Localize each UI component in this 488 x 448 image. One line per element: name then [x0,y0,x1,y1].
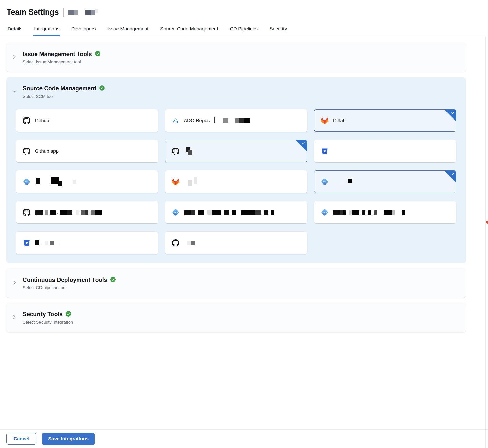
redacted-text [88,210,91,215]
section-title: Security Tools [23,311,63,318]
redacted-text [207,210,212,215]
redacted-text [76,210,79,215]
card-redacted-label [184,241,195,245]
card-redacted-label [333,210,405,215]
card-redacted-label [184,210,274,215]
bitbucket-icon [22,239,31,247]
redacted-text [36,178,40,184]
redacted-text [73,180,76,184]
section-subtitle: Select Security integration [23,320,73,325]
gitlab-icon [171,178,180,186]
redacted-text [349,210,352,215]
check-circle-icon [110,276,116,283]
section-security-header[interactable]: Security Tools Select Security integrati… [6,303,466,332]
redacted-text [271,210,274,215]
redacted-text [184,210,191,215]
tab-developers[interactable]: Developers [71,22,96,36]
code-diamond-icon: </> [22,178,31,186]
cancel-button[interactable]: Cancel [6,433,36,445]
check-circle-icon [99,85,105,92]
redacted-text [255,210,261,215]
scm-card-7[interactable]: </> [16,170,158,193]
title-divider [63,8,64,17]
redacted-text [340,180,344,184]
check-circle-icon [65,311,71,318]
scm-card-github[interactable]: Github [16,109,158,132]
chevron-down-icon [12,89,17,95]
scm-card-ado-repos[interactable]: ADO Repos [165,109,307,132]
redacted-text [188,180,192,186]
card-label: ADO Repos [184,118,210,123]
section-subtitle: Select CD pipeline tool [23,285,116,291]
redacted-text [235,118,239,123]
card-label: Github app [35,148,59,154]
scm-card-8[interactable] [165,170,307,193]
svg-text:</>: </> [24,180,29,183]
redacted-text [95,9,98,13]
redacted-text [40,244,41,244]
section-continuous-deployment-tools: Continuous Deployment Tools Select CD pi… [6,269,466,298]
azure-devops-icon [171,116,180,125]
redacted-text [191,210,195,215]
card-redacted-label [333,179,352,184]
tab-source-code-management[interactable]: Source Code Management [160,22,219,36]
svg-text:</>: </> [173,211,178,214]
card-label: Github [35,118,49,123]
scm-card-14[interactable] [165,232,307,254]
scm-card-11[interactable]: </> [165,201,307,223]
scm-card-13[interactable] [16,232,158,254]
redacted-text [95,210,102,215]
redacted-text [244,118,250,123]
section-issue-management-tools: Issue Management Tools Select Issue Mana… [6,43,466,72]
card-redacted-label [35,210,102,215]
scm-grid: GithubADO ReposGitlabGithub app</></></>… [16,109,456,254]
redacted-text [224,210,229,215]
card-redacted-label [35,241,60,245]
scrollbar-track[interactable] [485,36,486,448]
gitlab-icon [320,116,329,125]
redacted-text [340,210,343,215]
redacted-text [56,244,57,244]
card-redacted-label [184,178,197,186]
redacted-text [81,210,85,215]
scm-card-10[interactable] [16,201,158,223]
tab-details[interactable]: Details [7,22,23,36]
section-issue-management-header[interactable]: Issue Management Tools Select Issue Mana… [6,43,466,72]
redacted-text [91,10,95,15]
redacted-text [241,210,255,215]
card-redacted-label [184,147,192,155]
redacted-text [239,118,244,123]
tab-integrations[interactable]: Integrations [34,22,60,36]
card-redacted-label [214,118,250,123]
check-circle-icon [95,51,101,58]
tab-issue-management[interactable]: Issue Management [107,22,149,36]
page-header: Team Settings [0,0,488,22]
save-integrations-button[interactable]: Save Integrations [42,433,94,445]
scroll-marker-dot [486,221,488,224]
redacted-text [59,244,60,244]
section-source-code-management: Source Code Management Select SCM tool G… [6,77,466,263]
scm-card-github-app[interactable]: Github app [16,140,158,162]
section-title: Continuous Deployment Tools [23,276,107,283]
github-icon [171,147,180,155]
code-diamond-icon: </> [171,208,180,216]
redacted-text [45,210,48,215]
scm-card-5[interactable] [165,140,307,162]
tab-cd-pipelines[interactable]: CD Pipelines [229,22,258,36]
section-subtitle: Select Issue Management tool [23,60,101,65]
scm-card-6[interactable] [314,140,456,162]
redacted-text [214,117,215,123]
scm-card-9[interactable]: </> [314,170,456,193]
redacted-text [58,181,62,186]
redacted-text [232,210,236,215]
redacted-text [187,241,191,245]
scm-card-12[interactable]: </> [314,201,456,223]
bitbucket-icon [320,147,329,155]
section-scm-header[interactable]: Source Code Management Select SCM tool [6,77,466,106]
tab-security[interactable]: Security [269,22,288,36]
section-cd-header[interactable]: Continuous Deployment Tools Select CD pi… [6,269,466,298]
section-title: Issue Management Tools [23,51,92,58]
redacted-text [74,10,78,15]
scm-card-gitlab[interactable]: Gitlab [314,109,456,132]
redacted-text [352,210,359,215]
